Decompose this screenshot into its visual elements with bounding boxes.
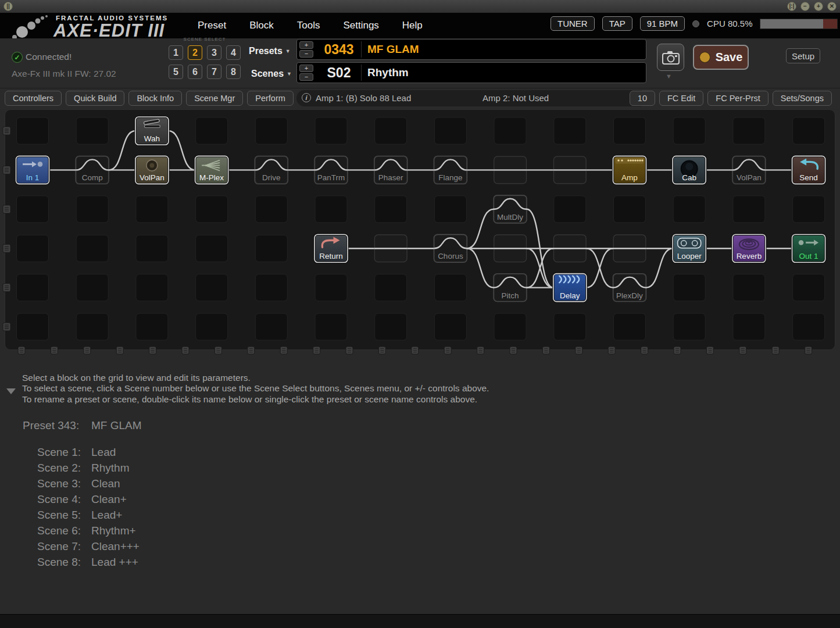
grid-cell[interactable] <box>494 313 526 340</box>
grid-column-handle[interactable] <box>182 347 189 354</box>
scene-list-row-8[interactable]: Scene 8:Lead +++ <box>37 554 140 570</box>
scene-select-button-7[interactable]: 7 <box>207 65 221 79</box>
grid-column-handle[interactable] <box>412 347 419 354</box>
preset-increment-button[interactable]: + <box>299 41 313 49</box>
grid-cell[interactable] <box>76 196 108 223</box>
grid-column-handle[interactable] <box>542 347 549 354</box>
grid-cell[interactable] <box>76 274 108 301</box>
grid-cell[interactable] <box>196 274 228 301</box>
menu-item-help[interactable]: Help <box>402 20 423 31</box>
fc-edit-button[interactable]: FC Edit <box>659 91 703 106</box>
maximize-button[interactable]: + <box>814 2 823 11</box>
scene-decrement-button[interactable]: − <box>299 73 313 81</box>
grid-cell[interactable] <box>255 117 287 144</box>
grid-column-handle[interactable] <box>510 347 517 354</box>
menu-item-preset[interactable]: Preset <box>198 20 226 31</box>
grid-cell[interactable] <box>673 274 705 301</box>
grid-cell[interactable] <box>136 196 168 223</box>
grid-cell[interactable] <box>196 235 228 262</box>
menu-item-block[interactable]: Block <box>249 20 274 31</box>
grid-column-handle[interactable] <box>149 347 156 354</box>
grid-cell[interactable] <box>17 313 49 340</box>
10-button[interactable]: 10 <box>630 91 655 106</box>
grid-cell[interactable] <box>494 117 526 144</box>
grid-cell[interactable] <box>136 235 168 262</box>
grid-column-handle[interactable] <box>116 347 123 354</box>
scene-increment-button[interactable]: + <box>299 65 313 72</box>
snapshot-button[interactable] <box>657 44 684 71</box>
grid-cell[interactable] <box>554 117 586 144</box>
grid-row-handle[interactable] <box>3 284 10 292</box>
grid-column-handle[interactable] <box>215 347 221 354</box>
grid-column-handle[interactable] <box>51 347 58 354</box>
grid-cell[interactable] <box>255 235 287 262</box>
tap-button[interactable]: TAP <box>602 16 632 31</box>
grid-cell[interactable] <box>733 196 765 223</box>
grid-cell[interactable] <box>375 274 407 301</box>
scene-list-row-2[interactable]: Scene 2:Rhythm <box>37 460 140 476</box>
scene-select-button-2[interactable]: 2 <box>188 45 202 60</box>
scenes-dropdown[interactable]: Scenes▼ <box>251 69 292 79</box>
scene-list-row-3[interactable]: Scene 3:Clean <box>37 476 140 491</box>
window-menu-button[interactable]: || <box>3 2 13 11</box>
scene-list-row-6[interactable]: Scene 6:Rhythm+ <box>37 523 140 538</box>
grid-cell[interactable] <box>136 274 168 301</box>
tuner-button[interactable]: TUNER <box>551 16 595 31</box>
grid-cell[interactable] <box>793 196 825 223</box>
grid-column-handle[interactable] <box>641 347 648 354</box>
grid-column-handle[interactable] <box>706 347 713 354</box>
quick-build-button[interactable]: Quick Build <box>66 91 124 106</box>
preset-decrement-button[interactable]: − <box>299 50 313 58</box>
grid-cell[interactable] <box>793 274 825 301</box>
grid-column-handle[interactable] <box>477 347 484 354</box>
grid-cell[interactable] <box>614 117 646 144</box>
grid-cell[interactable] <box>434 196 466 223</box>
grid-cell[interactable] <box>315 117 347 144</box>
snapshot-dropdown-arrow[interactable]: ▼ <box>666 73 672 80</box>
bpm-display[interactable]: 91 BPM <box>640 16 685 31</box>
preset-number[interactable]: 0343 <box>317 42 361 58</box>
grid-cell[interactable] <box>76 117 108 144</box>
grid-cell[interactable] <box>375 196 407 223</box>
grid-cell[interactable] <box>673 313 705 340</box>
minimize-button[interactable]: − <box>800 2 810 11</box>
grid-cell[interactable] <box>375 117 407 144</box>
scene-select-button-6[interactable]: 6 <box>188 65 202 79</box>
grid-row-handle[interactable] <box>3 166 10 174</box>
fc-per-prst-button[interactable]: FC Per-Prst <box>707 91 768 106</box>
scene-list-row-5[interactable]: Scene 5:Lead+ <box>37 507 140 523</box>
setup-button[interactable]: Setup <box>786 48 820 63</box>
grid-cell[interactable] <box>375 313 407 340</box>
grid-cell[interactable] <box>733 274 765 301</box>
grid-cell[interactable] <box>733 313 765 340</box>
grid-cell[interactable] <box>76 313 108 340</box>
collapse-arrow[interactable] <box>6 388 16 394</box>
restore-button[interactable]: |:| <box>787 2 796 11</box>
scene-mgr-button[interactable]: Scene Mgr <box>186 91 243 106</box>
grid-cell[interactable] <box>673 117 705 144</box>
grid-cell[interactable] <box>554 196 586 223</box>
grid-column-handle[interactable] <box>608 347 615 354</box>
grid-row-handle[interactable] <box>3 127 10 135</box>
grid-column-handle[interactable] <box>805 347 812 354</box>
scene-name[interactable]: Rhythm <box>362 66 646 79</box>
preset-info-name[interactable]: MF GLAM <box>91 419 142 432</box>
grid-cell[interactable] <box>136 313 168 340</box>
scene-select-button-8[interactable]: 8 <box>226 65 241 79</box>
grid-cell[interactable] <box>255 196 287 223</box>
close-button[interactable]: ✕ <box>827 2 837 11</box>
grid-cell[interactable] <box>673 196 705 223</box>
grid-column-handle[interactable] <box>248 347 255 354</box>
grid-column-handle[interactable] <box>674 347 681 354</box>
grid-cell[interactable] <box>733 117 765 144</box>
presets-dropdown[interactable]: Presets▼ <box>249 46 291 56</box>
grid-cell[interactable] <box>614 313 646 340</box>
grid-cell[interactable] <box>196 117 228 144</box>
grid-cell[interactable] <box>315 313 347 340</box>
grid-column-handle[interactable] <box>346 347 353 354</box>
grid-cell[interactable] <box>434 274 466 301</box>
grid-cell[interactable] <box>434 313 466 340</box>
grid-cell[interactable] <box>614 196 646 223</box>
grid-column-handle[interactable] <box>313 347 320 354</box>
grid-cell[interactable] <box>315 274 347 301</box>
